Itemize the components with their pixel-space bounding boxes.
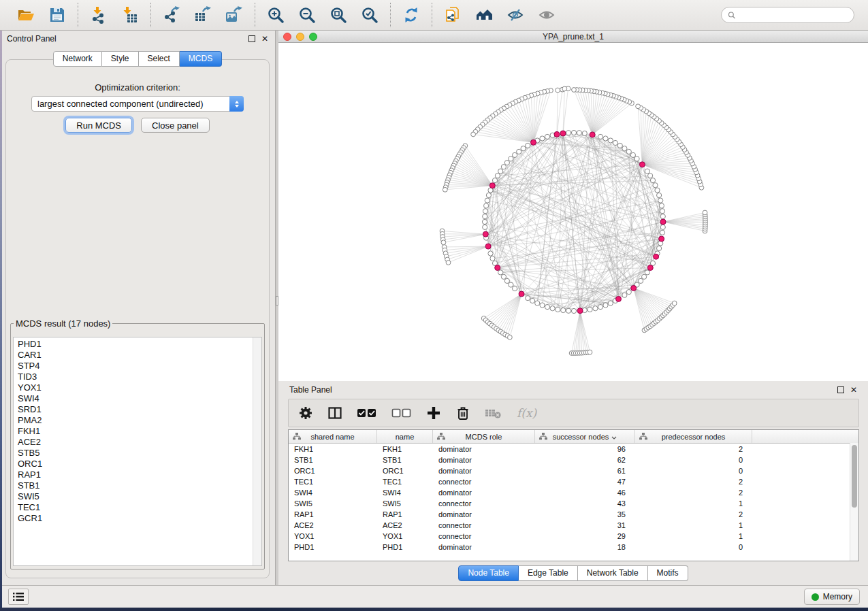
network-canvas[interactable] xyxy=(278,43,868,381)
table-toolbar: f(x) xyxy=(288,399,859,427)
table-row[interactable]: SWI4SWI4dominator462 xyxy=(289,487,858,498)
tab-mcds[interactable]: MCDS xyxy=(180,51,222,67)
float-panel-icon[interactable] xyxy=(248,35,255,42)
table-row[interactable]: RAP1RAP1dominator352 xyxy=(289,509,858,520)
deselect-all-button[interactable] xyxy=(391,407,412,419)
settings-button[interactable] xyxy=(298,406,313,420)
mcds-result-item[interactable]: RAP1 xyxy=(18,469,261,480)
column-header-successor-nodes[interactable]: successor nodes xyxy=(535,430,635,443)
zoom-in-button[interactable] xyxy=(266,5,286,25)
table-row[interactable]: FKH1FKH1dominator962 xyxy=(289,444,858,455)
search-input[interactable] xyxy=(739,10,848,20)
show-details-button[interactable] xyxy=(536,5,557,25)
delete-selected-button[interactable] xyxy=(455,406,470,420)
table-scrollbar[interactable] xyxy=(850,443,858,561)
column-header-shared-name[interactable]: shared name xyxy=(289,430,377,443)
cell-name: PHD1 xyxy=(377,542,433,552)
table-row[interactable]: STB1STB1dominator620 xyxy=(289,455,858,465)
import-network-icon xyxy=(90,6,108,24)
mcds-result-item[interactable]: GCR1 xyxy=(18,513,261,524)
cell-successor-nodes: 46 xyxy=(535,487,635,498)
cell-shared-name: STB1 xyxy=(289,455,377,465)
mcds-result-item[interactable]: ORC1 xyxy=(18,459,261,469)
cell-predecessor-nodes: 2 xyxy=(635,444,752,455)
zoom-selected-button[interactable] xyxy=(359,5,380,25)
zoom-fit-button[interactable] xyxy=(328,5,349,25)
mcds-result-list[interactable]: PHD1CAR1STP4TID3YOX1SWI4SRD1PMA2FKH1ACE2… xyxy=(13,337,262,566)
memory-label: Memory xyxy=(823,592,852,601)
close-panel-button[interactable]: Close panel xyxy=(141,118,210,133)
tab-style[interactable]: Style xyxy=(102,51,139,67)
mcds-result-item[interactable]: SWI5 xyxy=(18,491,261,502)
control-panel-title: Control Panel xyxy=(7,34,57,44)
mcds-result-item[interactable]: TEC1 xyxy=(18,502,261,513)
zoom-out-button[interactable] xyxy=(297,5,317,25)
table-row[interactable]: PHD1PHD1dominator180 xyxy=(289,542,858,552)
mcds-result-item[interactable]: PHD1 xyxy=(18,339,261,350)
close-panel-icon[interactable]: ✕ xyxy=(261,35,268,43)
column-header-predecessor-nodes[interactable]: predecessor nodes xyxy=(635,430,752,443)
mcds-result-item[interactable]: CAR1 xyxy=(18,350,261,361)
table-row[interactable]: ACE2ACE2connector311 xyxy=(289,520,858,531)
export-table-button[interactable] xyxy=(193,5,213,25)
tab-network[interactable]: Network xyxy=(53,51,102,67)
table-row[interactable]: SWI5SWI5connector431 xyxy=(289,498,858,509)
split-view-button[interactable] xyxy=(327,406,342,420)
network-graph[interactable] xyxy=(278,43,867,380)
status-bar: Memory xyxy=(0,585,868,608)
refresh-layout-button[interactable] xyxy=(401,5,421,25)
tab-network-table[interactable]: Network Table xyxy=(578,565,648,581)
export-image-button[interactable] xyxy=(224,5,244,25)
export-network-button[interactable] xyxy=(161,5,182,25)
list-icon xyxy=(13,592,24,601)
add-column-icon xyxy=(426,406,441,420)
mcds-result-item[interactable]: FKH1 xyxy=(18,426,261,437)
tab-edge-table[interactable]: Edge Table xyxy=(519,565,578,581)
hide-details-button[interactable] xyxy=(505,5,526,25)
mcds-result-item[interactable]: STP4 xyxy=(18,361,261,371)
hierarchy-icon xyxy=(437,433,445,442)
cell-shared-name: FKH1 xyxy=(289,444,377,455)
open-file-button[interactable] xyxy=(16,5,36,25)
float-table-panel-icon[interactable] xyxy=(837,386,844,393)
mcds-result-item[interactable]: SWI4 xyxy=(18,393,261,404)
function-icon: f(x) xyxy=(517,406,536,420)
tab-node-table[interactable]: Node Table xyxy=(458,565,519,581)
cell-shared-name: RAP1 xyxy=(289,509,377,520)
table-row[interactable]: YOX1YOX1connector291 xyxy=(289,531,858,542)
column-header-mcds-role[interactable]: MCDS role xyxy=(433,430,535,443)
mcds-result-item[interactable]: TID3 xyxy=(18,371,261,382)
table-row[interactable]: TEC1TEC1connector472 xyxy=(289,476,858,487)
close-table-panel-icon[interactable]: ✕ xyxy=(850,386,857,394)
save-session-button[interactable] xyxy=(47,5,67,25)
criterion-select[interactable]: largest connected component (undirected) xyxy=(31,96,244,112)
mcds-result-item[interactable]: STB1 xyxy=(18,480,261,491)
criterion-selected-value: largest connected component (undirected) xyxy=(32,99,229,109)
import-table-button[interactable] xyxy=(120,5,140,25)
memory-button[interactable]: Memory xyxy=(804,589,860,605)
mcds-result-item[interactable]: SRD1 xyxy=(18,404,261,415)
mcds-result-item[interactable]: YOX1 xyxy=(18,382,261,393)
table-row[interactable]: ORC1ORC1dominator610 xyxy=(289,465,858,476)
mcds-result-item[interactable]: ACE2 xyxy=(18,437,261,448)
run-mcds-button[interactable]: Run MCDS xyxy=(65,118,132,133)
column-header-name[interactable]: name xyxy=(377,430,433,443)
add-column-button[interactable] xyxy=(426,406,441,420)
cell-shared-name: PHD1 xyxy=(289,542,377,552)
network-home-button[interactable] xyxy=(474,5,494,25)
tab-select[interactable]: Select xyxy=(139,51,180,67)
import-network-button[interactable] xyxy=(89,5,109,25)
select-all-button[interactable] xyxy=(357,407,377,419)
cell-name: RAP1 xyxy=(377,509,433,520)
mcds-result-item[interactable]: STB5 xyxy=(18,448,261,459)
export-image-icon xyxy=(225,6,243,24)
copy-network-button[interactable] xyxy=(443,5,463,25)
cell-mcds-role: connector xyxy=(433,498,535,509)
scrollbar-thumb[interactable] xyxy=(852,445,857,508)
import-table-icon xyxy=(121,6,139,24)
tab-motifs[interactable]: Motifs xyxy=(648,565,688,581)
desktop-wallpaper-edge xyxy=(0,31,2,608)
task-history-button[interactable] xyxy=(8,589,29,605)
mcds-result-item[interactable]: PMA2 xyxy=(18,415,261,426)
search-box[interactable] xyxy=(721,7,854,23)
